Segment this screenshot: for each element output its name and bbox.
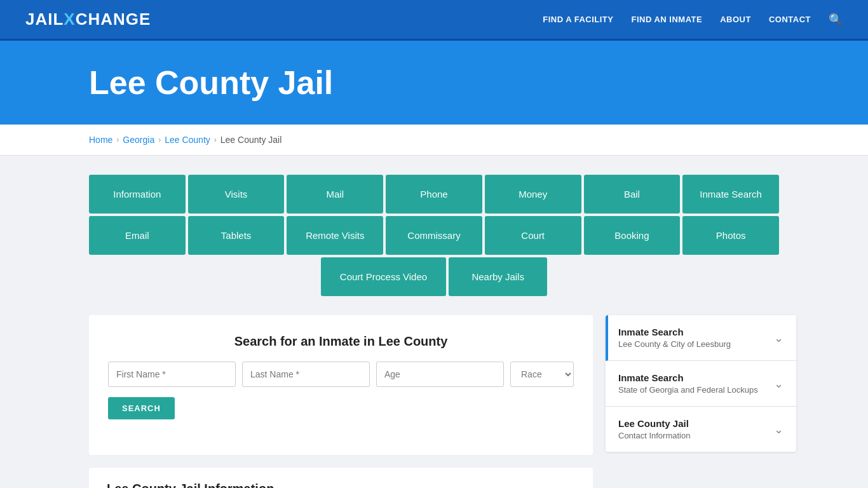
logo-x: X bbox=[64, 10, 75, 29]
breadcrumb-sep-2: › bbox=[158, 135, 161, 144]
chevron-down-icon-3: ⌄ bbox=[774, 423, 783, 437]
btn-money[interactable]: Money bbox=[485, 175, 581, 214]
breadcrumb-lee-county[interactable]: Lee County bbox=[165, 135, 210, 145]
search-button[interactable]: SEARCH bbox=[108, 397, 175, 419]
btn-bail[interactable]: Bail bbox=[584, 175, 681, 214]
logo[interactable]: JAILXCHANGE bbox=[25, 10, 151, 29]
breadcrumb-home[interactable]: Home bbox=[89, 135, 112, 145]
search-title: Search for an Inmate in Lee County bbox=[108, 334, 574, 349]
breadcrumb-sep-3: › bbox=[214, 135, 217, 144]
btn-tablets[interactable]: Tablets bbox=[188, 216, 285, 255]
sidebar-item-title-1: Inmate Search bbox=[618, 327, 731, 337]
btn-court[interactable]: Court bbox=[485, 216, 581, 255]
sidebar-item-text-3: Lee County Jail Contact Information bbox=[618, 418, 690, 440]
sidebar-item-subtitle-1: Lee County & City of Leesburg bbox=[618, 339, 731, 349]
sidebar-item-text-2: Inmate Search State of Georgia and Feder… bbox=[618, 372, 758, 395]
search-form-row: Race White Black Hispanic Asian Other bbox=[108, 362, 574, 387]
chevron-down-icon-1: ⌄ bbox=[774, 331, 783, 345]
sidebar-item-title-2: Inmate Search bbox=[618, 372, 758, 383]
btn-commissary[interactable]: Commissary bbox=[386, 216, 482, 255]
buttons-row-3: Court Process Video Nearby Jails bbox=[89, 257, 779, 296]
logo-xchange: CHANGE bbox=[76, 10, 151, 29]
race-select[interactable]: Race White Black Hispanic Asian Other bbox=[510, 362, 574, 387]
sidebar-item-title-3: Lee County Jail bbox=[618, 418, 690, 429]
nav-find-inmate[interactable]: FIND AN INMATE bbox=[631, 15, 702, 24]
sidebar-item-subtitle-3: Contact Information bbox=[618, 431, 690, 440]
btn-inmate-search[interactable]: Inmate Search bbox=[682, 175, 779, 214]
nav-find-facility[interactable]: FIND A FACILITY bbox=[543, 15, 613, 24]
hero-section: Lee County Jail bbox=[0, 41, 868, 125]
nav-about[interactable]: ABOUT bbox=[720, 15, 751, 24]
logo-jail: JAIL bbox=[25, 10, 64, 29]
buttons-row-2: Email Tablets Remote Visits Commissary C… bbox=[89, 216, 779, 255]
breadcrumb-current: Lee County Jail bbox=[220, 135, 282, 145]
btn-phone[interactable]: Phone bbox=[386, 175, 482, 214]
info-card: Lee County Jail Information bbox=[89, 468, 593, 488]
nav-links: FIND A FACILITY FIND AN INMATE ABOUT CON… bbox=[543, 13, 843, 27]
breadcrumb-sep-1: › bbox=[116, 135, 119, 144]
lower-section: Search for an Inmate in Lee County Race … bbox=[89, 315, 779, 488]
sidebar: Inmate Search Lee County & City of Leesb… bbox=[606, 315, 796, 452]
breadcrumb-georgia[interactable]: Georgia bbox=[123, 135, 154, 145]
btn-email[interactable]: Email bbox=[89, 216, 186, 255]
main-content: Information Visits Mail Phone Money Bail… bbox=[0, 156, 868, 488]
page-title: Lee County Jail bbox=[89, 64, 843, 102]
search-panel: Search for an Inmate in Lee County Race … bbox=[89, 315, 593, 455]
breadcrumb: Home › Georgia › Lee County › Lee County… bbox=[0, 125, 868, 156]
sidebar-item-inmate-search-local[interactable]: Inmate Search Lee County & City of Leesb… bbox=[606, 315, 796, 361]
main-nav: JAILXCHANGE FIND A FACILITY FIND AN INMA… bbox=[0, 0, 868, 41]
btn-nearby-jails[interactable]: Nearby Jails bbox=[449, 257, 547, 296]
btn-booking[interactable]: Booking bbox=[584, 216, 681, 255]
sidebar-item-text-1: Inmate Search Lee County & City of Leesb… bbox=[618, 327, 731, 349]
sidebar-item-contact[interactable]: Lee County Jail Contact Information ⌄ bbox=[606, 407, 796, 452]
sidebar-item-subtitle-2: State of Georgia and Federal Lockups bbox=[618, 385, 758, 395]
first-name-input[interactable] bbox=[108, 362, 236, 387]
sidebar-item-inmate-search-state[interactable]: Inmate Search State of Georgia and Feder… bbox=[606, 361, 796, 407]
btn-information[interactable]: Information bbox=[89, 175, 186, 214]
nav-contact[interactable]: CONTACT bbox=[769, 15, 811, 24]
age-input[interactable] bbox=[376, 362, 504, 387]
search-icon[interactable]: 🔍 bbox=[829, 13, 843, 27]
btn-mail[interactable]: Mail bbox=[287, 175, 383, 214]
btn-visits[interactable]: Visits bbox=[188, 175, 285, 214]
btn-remote-visits[interactable]: Remote Visits bbox=[287, 216, 383, 255]
btn-photos[interactable]: Photos bbox=[682, 216, 779, 255]
last-name-input[interactable] bbox=[242, 362, 370, 387]
info-title: Lee County Jail Information bbox=[107, 482, 575, 488]
buttons-row-1: Information Visits Mail Phone Money Bail… bbox=[89, 175, 779, 214]
chevron-down-icon-2: ⌄ bbox=[774, 377, 783, 391]
btn-court-process-video[interactable]: Court Process Video bbox=[321, 257, 446, 296]
